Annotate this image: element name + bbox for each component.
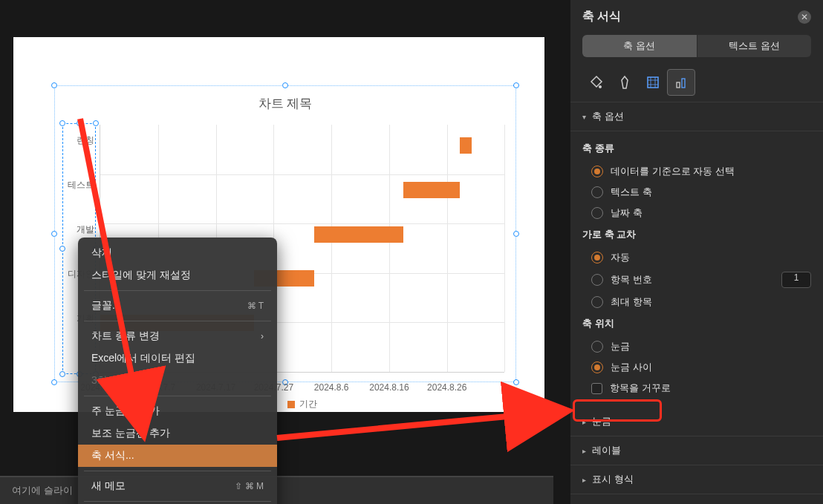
- chevron-down-icon: ▾: [582, 113, 586, 121]
- chevron-right-icon: ›: [261, 331, 264, 341]
- svg-rect-2: [677, 82, 680, 88]
- ctx-font[interactable]: 글꼴...⌘ T: [78, 295, 277, 317]
- ctx-delete[interactable]: 삭제: [78, 242, 277, 264]
- x-axis-label: 2024.8.26: [427, 382, 466, 393]
- ctx-separator: [84, 471, 271, 471]
- x-axis-label: 2024.8.6: [314, 382, 349, 393]
- gridline: [447, 125, 448, 372]
- check-reverse-items[interactable]: 항목을 거꾸로: [591, 378, 811, 399]
- tab-effects-icon[interactable]: [611, 69, 639, 96]
- checkbox-icon: [591, 383, 602, 394]
- section-label[interactable]: ▸ 레이블: [570, 436, 823, 465]
- gridline: [331, 125, 332, 372]
- radio-icon: [591, 341, 603, 353]
- svg-rect-1: [648, 77, 658, 88]
- radio-icon: [591, 274, 603, 286]
- chart-bar[interactable]: [460, 137, 472, 154]
- ctx-format-axis[interactable]: 축 서식...: [78, 445, 277, 467]
- radio-auto-axis[interactable]: 데이터를 기준으로 자동 선택: [591, 161, 811, 182]
- tab-axis-icon[interactable]: [667, 69, 695, 96]
- annotation-highlight: [573, 399, 662, 422]
- radio-intersect-auto[interactable]: 자동: [591, 247, 811, 268]
- tab-fill-icon[interactable]: [582, 69, 611, 96]
- chart-legend[interactable]: 기간: [287, 398, 317, 410]
- radio-icon: [591, 166, 603, 177]
- section-number-format[interactable]: ▸ 표시 형식: [570, 465, 823, 494]
- item-number-input[interactable]: 1: [781, 272, 811, 288]
- chart-bar[interactable]: [314, 226, 403, 243]
- x-axis-label: 2024.8.16: [369, 382, 409, 393]
- resize-handle[interactable]: [59, 120, 65, 126]
- y-axis-label: 테스트: [57, 179, 94, 192]
- radio-text-axis[interactable]: 텍스트 축: [591, 182, 811, 203]
- resize-handle[interactable]: [51, 231, 57, 237]
- resize-handle[interactable]: [513, 231, 519, 237]
- close-icon[interactable]: ✕: [798, 10, 811, 24]
- resize-handle[interactable]: [513, 379, 519, 385]
- resize-handle[interactable]: [51, 82, 57, 88]
- resize-handle[interactable]: [282, 82, 288, 88]
- radio-between-ticks[interactable]: 눈금 사이: [591, 357, 811, 378]
- gridline: [100, 223, 504, 224]
- ctx-change-chart-type[interactable]: 차트 종류 변경›: [78, 325, 277, 347]
- y-axis-label: 런칭: [57, 134, 94, 147]
- ctx-reset-style[interactable]: 스타일에 맞게 재설정: [78, 264, 277, 287]
- ctx-separator: [84, 501, 271, 502]
- group-axis-type: 축 종류: [582, 142, 811, 155]
- resize-handle[interactable]: [51, 379, 57, 385]
- svg-line-5: [277, 411, 563, 438]
- shortcut-label: ⌘ T: [247, 301, 264, 311]
- svg-rect-3: [682, 79, 685, 88]
- resize-handle[interactable]: [513, 82, 519, 88]
- ctx-separator: [84, 290, 271, 291]
- chevron-right-icon: ▸: [582, 476, 586, 484]
- legend-label: 기간: [299, 398, 317, 410]
- radio-date-axis[interactable]: 날짜 축: [591, 203, 811, 223]
- tab-size-icon[interactable]: [639, 69, 667, 96]
- radio-icon: [591, 186, 603, 198]
- panel-title: 축 서식: [582, 9, 621, 24]
- y-axis-label: 개발: [57, 223, 94, 236]
- section-axis-options[interactable]: ▾ 축 옵션: [570, 102, 823, 131]
- group-horiz-intersect: 가로 축 교차: [582, 228, 811, 241]
- radio-icon: [591, 207, 603, 219]
- gridline: [504, 125, 505, 372]
- gridline: [100, 174, 504, 175]
- ctx-add-major-gridlines[interactable]: 주 눈금선 추가: [78, 400, 277, 422]
- group-axis-position: 축 위치: [582, 317, 811, 330]
- radio-icon: [591, 252, 603, 264]
- radio-icon: [591, 296, 603, 308]
- shortcut-label: ⇧ ⌘ M: [235, 481, 264, 491]
- radio-intersect-max[interactable]: 최대 항목: [591, 292, 811, 312]
- resize-handle[interactable]: [77, 120, 82, 126]
- radio-intersect-itemno[interactable]: 항목 번호1: [591, 268, 811, 292]
- legend-swatch: [287, 401, 295, 408]
- ctx-edit-excel[interactable]: Excel에서 데이터 편집: [78, 347, 277, 370]
- ctx-new-memo[interactable]: 새 메모⇧ ⌘ M: [78, 475, 277, 497]
- ctx-3d-rotation: 3차원 회전...: [78, 370, 277, 392]
- context-menu: 삭제 스타일에 맞게 재설정 글꼴...⌘ T 차트 종류 변경› Excel에…: [78, 238, 277, 504]
- svg-marker-0: [622, 76, 628, 88]
- resize-handle[interactable]: [93, 120, 99, 126]
- radio-on-tick[interactable]: 눈금: [591, 336, 811, 357]
- format-axis-panel: 축 서식 ✕ 축 옵션 텍스트 옵션 ▾ 축 옵션 축 종류 데이터를 기준으로…: [570, 0, 823, 504]
- resize-handle[interactable]: [59, 371, 65, 377]
- radio-icon: [591, 361, 603, 373]
- chevron-right-icon: ▸: [582, 447, 586, 455]
- chart-bar[interactable]: [403, 182, 460, 198]
- gridline: [389, 125, 390, 372]
- chart-title[interactable]: 차트 제목: [55, 95, 515, 112]
- tab-axis-options[interactable]: 축 옵션: [582, 35, 697, 57]
- ctx-separator: [84, 321, 271, 321]
- panel-tab-switch: 축 옵션 텍스트 옵션: [582, 35, 811, 57]
- ctx-add-minor-gridlines[interactable]: 보조 눈금선 추가: [78, 422, 277, 445]
- ctx-separator: [84, 396, 271, 396]
- resize-handle[interactable]: [59, 246, 65, 252]
- tab-text-options[interactable]: 텍스트 옵션: [697, 35, 812, 57]
